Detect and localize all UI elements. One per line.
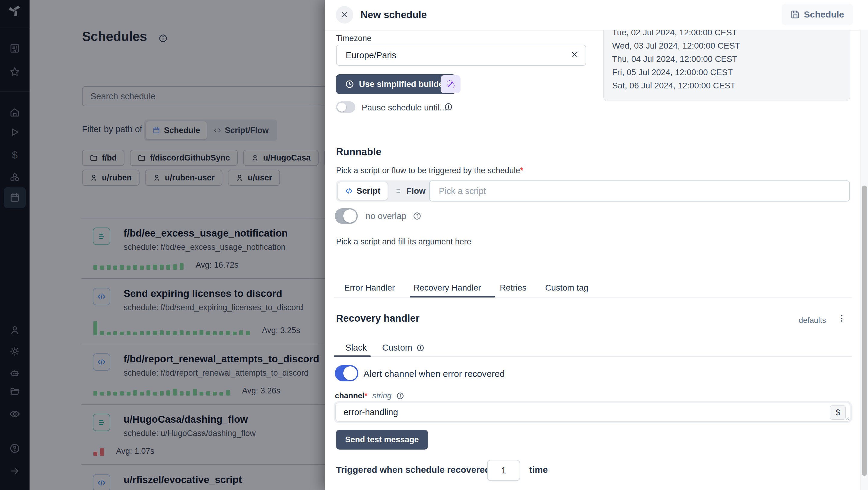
channel-field-name: channel* — [335, 391, 367, 400]
timezone-value: Europe/Paris — [346, 50, 396, 60]
alert-channel-toggle[interactable] — [335, 365, 358, 381]
pause-schedule-toggle[interactable] — [336, 102, 355, 113]
preview-time: Thu, 04 Jul 2024, 12:00:00 CEST — [612, 53, 849, 66]
runnable-hint: Pick a script and fill its argument here — [336, 237, 471, 247]
ai-wand-button[interactable] — [441, 75, 461, 93]
save-schedule-button[interactable]: Schedule — [782, 4, 853, 25]
clear-icon[interactable] — [570, 50, 578, 60]
info-icon[interactable] — [444, 103, 453, 112]
active-tab-underline — [410, 296, 495, 297]
clock-icon — [345, 80, 354, 89]
alert-channel-label: Alert channel when error recovered — [364, 369, 505, 379]
time-label: time — [529, 465, 548, 475]
tab-slack[interactable]: Slack — [345, 343, 367, 353]
drawer-title: New schedule — [361, 9, 427, 21]
kebab-menu-icon[interactable] — [837, 314, 846, 324]
required-asterisk: * — [520, 166, 524, 175]
close-icon — [340, 10, 349, 19]
channel-field-type: string — [372, 391, 392, 400]
preview-time: Fri, 05 Jul 2024, 12:00:00 CEST — [612, 66, 849, 79]
app-root: $ Schedules — [0, 0, 868, 490]
info-icon[interactable] — [413, 212, 421, 222]
new-schedule-drawer: New schedule Schedule Timezone Europe/Pa… — [325, 0, 868, 490]
variable-picker-button[interactable]: $ — [830, 405, 846, 420]
script-toggle[interactable]: Script — [338, 182, 388, 200]
save-icon — [790, 10, 800, 19]
builder-button-label: Use simplified builder — [359, 79, 447, 89]
scrollbar-thumb[interactable] — [862, 185, 867, 476]
tab-custom[interactable]: Custom — [382, 343, 424, 353]
tab-custom-label: Custom — [382, 343, 412, 353]
channel-field-header: channel* string — [335, 391, 404, 400]
channel-input[interactable]: error-handling $ — [336, 403, 850, 422]
channel-input-wrapper: error-handling $ — [334, 401, 852, 423]
drawer-backdrop[interactable] — [0, 0, 325, 490]
handler-tab[interactable]: Error Handler — [344, 283, 395, 293]
active-subtab-underline — [334, 355, 371, 357]
flow-toggle-label: Flow — [406, 186, 426, 196]
magic-wand-icon — [446, 79, 456, 89]
preview-time: Sat, 06 Jul 2024, 12:00:00 CEST — [612, 79, 849, 92]
required-asterisk: * — [364, 391, 367, 400]
triggered-label: Triggered when schedule recovered — [336, 465, 490, 475]
preview-time: Tue, 02 Jul 2024, 12:00:00 CEST — [612, 30, 849, 39]
script-flow-toggle-group: Script Flow — [336, 180, 435, 202]
resize-handle-icon[interactable] — [845, 416, 849, 420]
timezone-label: Timezone — [336, 34, 372, 43]
drawer-scrollbar[interactable] — [860, 30, 868, 490]
flow-toggle[interactable]: Flow — [388, 182, 433, 200]
handler-tab[interactable]: Recovery Handler — [413, 283, 481, 293]
flow-icon — [395, 187, 403, 195]
send-test-message-button[interactable]: Send test message — [336, 430, 428, 450]
info-icon[interactable] — [396, 392, 404, 400]
info-icon — [416, 344, 424, 352]
recovery-handler-heading: Recovery handler — [336, 313, 420, 324]
save-button-label: Schedule — [804, 9, 844, 20]
runnable-heading: Runnable — [336, 146, 381, 157]
subtabs-divider — [334, 356, 852, 357]
script-toggle-label: Script — [356, 186, 380, 196]
pick-script-input[interactable] — [429, 180, 850, 202]
handler-tab[interactable]: Custom tag — [545, 283, 588, 293]
preview-time: Wed, 03 Jul 2024, 12:00:00 CEST — [612, 39, 849, 53]
recovered-times-input[interactable] — [487, 460, 520, 481]
code-icon — [345, 187, 353, 195]
handler-tab[interactable]: Retries — [500, 283, 527, 293]
channel-value: error-handling — [344, 403, 398, 421]
no-overlap-label: no overlap — [366, 211, 406, 221]
schedule-preview-panel: Tue, 02 Jul 2024, 12:00:00 CESTWed, 03 J… — [603, 30, 850, 102]
handler-tabs: Error HandlerRecovery HandlerRetriesCust… — [344, 283, 588, 293]
timezone-input[interactable]: Europe/Paris — [336, 45, 586, 66]
no-overlap-toggle[interactable] — [335, 208, 358, 224]
pause-schedule-label: Pause schedule until... — [362, 103, 447, 113]
defaults-link[interactable]: defaults — [799, 316, 826, 325]
runnable-requirement: Pick a script or flow to be triggered by… — [336, 166, 523, 175]
simplified-builder-button[interactable]: Use simplified builder — [336, 74, 456, 94]
preview-times-list: Tue, 02 Jul 2024, 12:00:00 CESTWed, 03 J… — [604, 30, 849, 92]
close-button[interactable] — [336, 6, 353, 24]
